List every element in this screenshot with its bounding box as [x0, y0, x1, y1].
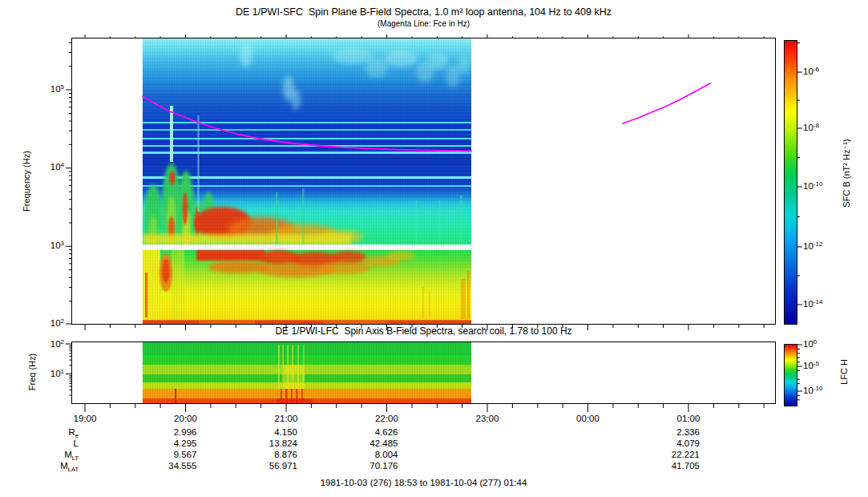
sfc-ytick-label: 103	[35, 240, 64, 253]
sfc-ytick-label: 105	[35, 83, 64, 96]
ephemeris-value: 4.295	[117, 438, 197, 449]
sfc-colorbar-label: SFC B (nT² Hz⁻¹)	[841, 129, 852, 217]
ephemeris-value: 4.626	[318, 427, 398, 438]
lfc-spectrogram-image	[143, 342, 471, 403]
time-tick-label: 23:00	[466, 414, 509, 424]
ephemeris-value: 41.705	[620, 461, 700, 471]
time-tick-label: 21:00	[264, 414, 308, 424]
sfc-colorbar-tick-label: 10-12	[803, 240, 832, 253]
time-tick-label: 00:00	[567, 414, 610, 424]
sfc-ytick-label: 104	[35, 161, 64, 174]
time-tick-label: 19:00	[63, 414, 107, 424]
sfc-spectrogram-panel	[71, 38, 776, 325]
page-title: DE 1/PWI-SFC Spin Plane B-Field Spectra,…	[72, 6, 775, 18]
ephemeris-row-label: L	[46, 438, 79, 450]
ephemeris-value: 13.824	[217, 438, 297, 449]
sfc-colorbar-tick-label: 10-8	[803, 122, 832, 135]
ephemeris-value: 9.567	[117, 450, 197, 460]
lfc-ytick-label: 101	[35, 368, 64, 381]
ephemeris-value: 22.221	[620, 450, 700, 460]
lfc-ytick-label: 102	[35, 338, 64, 351]
lfc-spectrogram-panel	[71, 341, 776, 404]
sfc-colorbar-tick-label: 10-6	[803, 66, 832, 79]
page-subtitle: (Magenta Line: Fce in Hz)	[72, 19, 775, 29]
ephemeris-value: 8.876	[217, 450, 297, 460]
sfc-y-axis-label: Frequency (Hz)	[21, 101, 32, 261]
ephemeris-value: 4.150	[217, 427, 297, 438]
lfc-colorbar	[784, 344, 797, 406]
ephemeris-value: 34.555	[117, 461, 197, 471]
time-range-caption: 1981-10-03 (276) 18:53 to 1981-10-04 (27…	[72, 477, 775, 488]
sfc-colorbar	[784, 40, 797, 325]
sfc-colorbar-tick-label: 10-14	[803, 298, 832, 311]
ephemeris-value: 56.971	[217, 461, 297, 471]
ephemeris-value: 2.996	[117, 427, 197, 438]
lfc-panel-title: DE 1/PWI-LFC Spin Axis B-Field Spectra, …	[72, 325, 775, 337]
lfc-colorbar-tick-label: 10-10	[803, 385, 832, 398]
time-tick-label: 20:00	[164, 414, 208, 424]
lfc-colorbar-tick-label: 10-5	[803, 360, 832, 373]
ephemeris-value: 8.004	[318, 450, 398, 460]
time-tick-label: 22:00	[365, 414, 409, 424]
ephemeris-value: 42.485	[318, 438, 398, 449]
ephemeris-value: 70.176	[318, 461, 398, 471]
time-tick-label: 01:00	[667, 414, 710, 424]
ephemeris-row-label: Re	[46, 427, 79, 438]
lfc-colorbar-tick-label: 100	[803, 338, 832, 351]
fce-line-overlay	[72, 38, 775, 324]
figure-root: DE 1/PWI-SFC Spin Plane B-Field Spectra,…	[0, 0, 868, 497]
sfc-ytick-label: 102	[35, 317, 64, 330]
ephemeris-row-label: MLAT	[46, 461, 79, 472]
ephemeris-row-label: MLT	[46, 450, 79, 461]
ephemeris-value: 4.079	[620, 438, 700, 449]
sfc-colorbar-tick-label: 10-10	[803, 180, 832, 193]
ephemeris-value: 2.336	[620, 427, 700, 438]
lfc-colorbar-label: LFC H	[838, 348, 850, 396]
